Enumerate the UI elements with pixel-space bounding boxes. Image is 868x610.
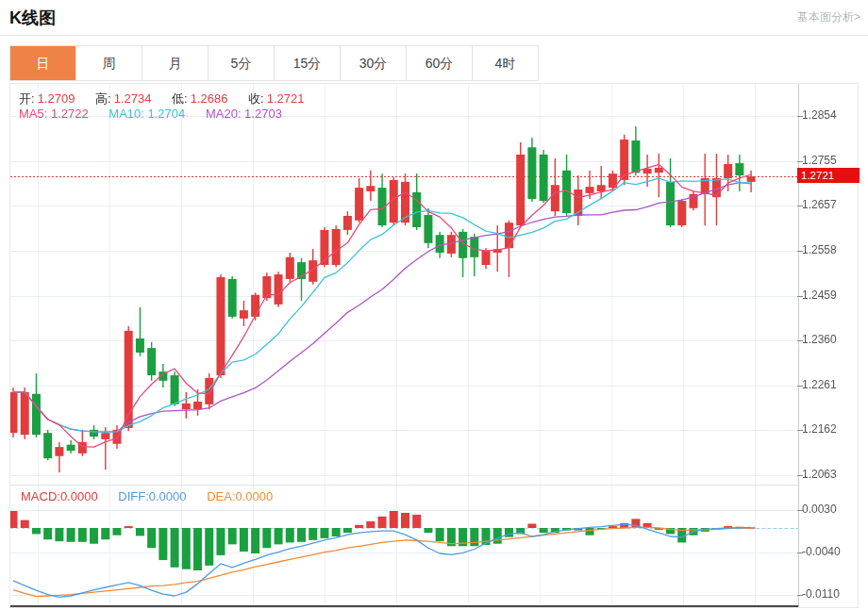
page-title: K线图 [9,7,56,29]
diff-value: DIFF:0.0000 [118,489,186,503]
ma20-value: MA20: 1.2703 [206,107,282,121]
price-axis-label: 1.2854 [802,108,837,122]
tab-month[interactable]: 月 [142,46,209,80]
kline-chart-canvas[interactable] [10,84,858,607]
ma-legend: MA5: 1.2722 MA10: 1.2704 MA20: 1.2703 [19,107,285,121]
last-price-badge: 1.2721 [797,168,860,183]
ohlc-legend: 开:1.2709 高:1.2734 低:1.2686 收:1.2721 [19,91,307,107]
dea-value: DEA:0.0000 [207,489,273,503]
close-value: 1.2721 [267,91,305,106]
kline-page: { "header": { "title": "K线图", "analysis_… [0,0,868,610]
tab-week[interactable]: 周 [76,46,142,80]
macd-legend: MACD:0.0000 DIFF:0.0000 DEA:0.0000 [21,489,275,503]
period-tabbar: 日周月5分15分30分60分4时 [9,45,539,81]
tab-4hour[interactable]: 4时 [473,46,538,80]
fundamental-analysis-link[interactable]: 基本面分析> [797,9,860,25]
price-axis-label: 1.2657 [802,198,837,211]
price-axis-label: 1.2558 [802,243,837,256]
price-axis-label: 1.2360 [802,333,837,346]
low-label: 低: [172,91,188,106]
price-axis-label: 1.2063 [802,468,837,481]
high-value: 1.2734 [114,91,152,106]
low-value: 1.2686 [191,91,228,106]
macd-axis-label: -0.0040 [802,545,841,558]
tab-5min[interactable]: 5分 [209,46,275,80]
header-divider [0,35,868,36]
open-value: 1.2709 [38,91,75,106]
ma5-value: MA5: 1.2722 [19,107,89,121]
tab-60min[interactable]: 60分 [407,46,473,80]
price-axis-label: 1.2261 [802,378,837,391]
tab-day[interactable]: 日 [10,46,76,80]
chart-container [9,83,859,608]
ma10-value: MA10: 1.2704 [108,107,185,121]
open-label: 开: [19,91,35,106]
price-axis-label: 1.2162 [802,422,837,436]
macd-axis-label: -0.0110 [802,587,840,601]
macd-value: MACD:0.0000 [21,489,98,503]
tab-30min[interactable]: 30分 [341,46,407,80]
tab-15min[interactable]: 15分 [275,46,341,80]
high-label: 高: [95,91,111,106]
price-axis-label: 1.2755 [802,154,837,167]
price-axis-label: 1.2459 [802,289,837,302]
macd-axis-label: 0.0030 [802,503,837,516]
close-label: 收: [248,91,264,106]
